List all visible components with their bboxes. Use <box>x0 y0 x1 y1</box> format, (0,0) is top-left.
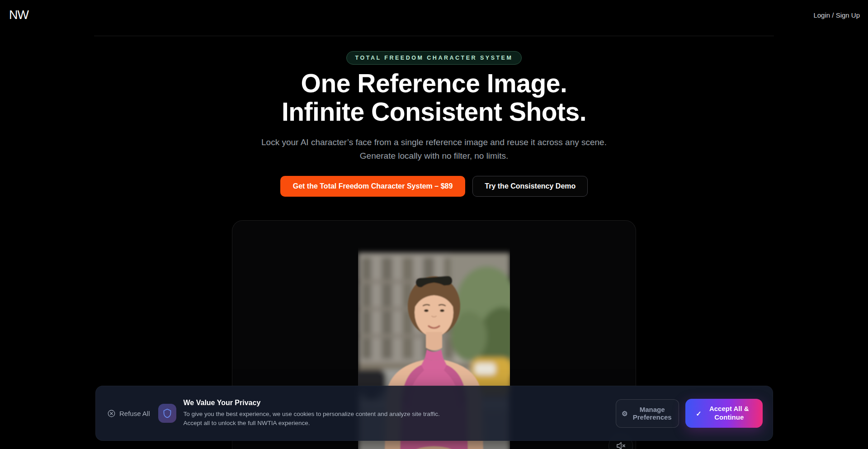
hero-subtitle-line2: Generate locally with no filter, no limi… <box>261 149 607 162</box>
cookie-body-line2: Accept all to unlock the full NWTIA expe… <box>184 419 440 428</box>
muted-speaker-icon <box>615 440 626 449</box>
header-divider <box>94 36 774 36</box>
cookie-consent-banner: Refuse All We Value Your Privacy To give… <box>95 386 773 441</box>
hero-title-line1: One Reference Image. <box>282 69 586 98</box>
cookie-body-line1: To give you the best experience, we use … <box>184 410 440 419</box>
landing-page: NW Login / Sign Up TOTAL FREEDOM CHARACT… <box>0 0 868 449</box>
refuse-all-button[interactable]: Refuse All <box>108 410 150 417</box>
cookie-body: To give you the best experience, we use … <box>184 410 440 427</box>
cookie-title: We Value Your Privacy <box>184 399 440 407</box>
accept-all-label: Accept All & Continue <box>706 405 752 422</box>
check-icon: ✓ <box>696 410 702 417</box>
hero-title: One Reference Image. Infinite Consistent… <box>282 69 586 126</box>
login-signup-link[interactable]: Login / Sign Up <box>813 11 860 19</box>
site-header: NW Login / Sign Up <box>0 0 868 36</box>
demo-button[interactable]: Try the Consistency Demo <box>472 176 588 197</box>
brand-logo[interactable]: NW <box>9 8 28 22</box>
hero-subtitle: Lock your AI character’s face from a sin… <box>261 136 607 162</box>
shield-icon <box>163 408 172 418</box>
cookie-text-block: We Value Your Privacy To give you the be… <box>184 399 440 427</box>
manage-preferences-label: Manage Preferences <box>632 406 673 421</box>
cta-row: Get the Total Freedom Character System –… <box>280 176 588 197</box>
hero-badge: TOTAL FREEDOM CHARACTER SYSTEM <box>346 51 522 65</box>
accept-all-button[interactable]: ✓ Accept All & Continue <box>685 399 763 428</box>
privacy-shield-tile <box>158 404 176 423</box>
hero-subtitle-line1: Lock your AI character’s face from a sin… <box>261 137 607 147</box>
buy-button[interactable]: Get the Total Freedom Character System –… <box>280 176 466 197</box>
refuse-all-label: Refuse All <box>119 410 150 417</box>
gear-icon: ⚙ <box>622 410 627 417</box>
hero-title-line2: Infinite Consistent Shots. <box>282 98 586 126</box>
cookie-actions: ⚙ Manage Preferences ✓ Accept All & Cont… <box>616 399 763 428</box>
manage-preferences-button[interactable]: ⚙ Manage Preferences <box>616 399 679 428</box>
circle-x-icon <box>108 410 115 417</box>
